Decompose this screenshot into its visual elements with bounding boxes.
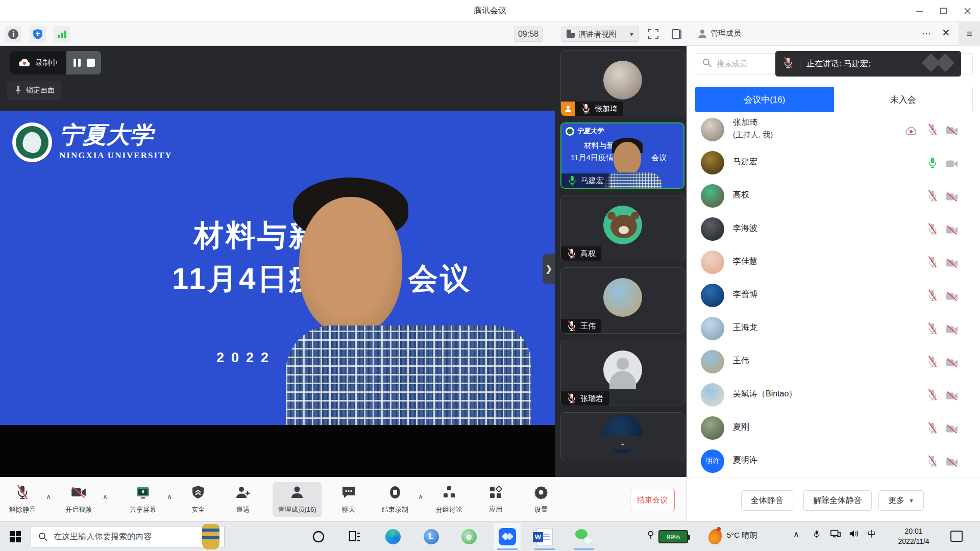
weather-text[interactable]: 5°C 晴朗 — [727, 531, 757, 540]
chevron-up-icon[interactable]: ∧ — [103, 493, 108, 500]
mic-muted-button[interactable] — [926, 389, 938, 401]
chevron-up-icon[interactable]: ∧ — [46, 493, 51, 500]
mute-all-button[interactable]: 全体静音 — [741, 490, 793, 511]
toolbar-invite-button[interactable]: 邀请 — [218, 482, 267, 517]
taskbar-search-input[interactable]: 在这里输入你要搜索的内容 — [31, 526, 225, 547]
camera-muted-button[interactable] — [946, 257, 959, 267]
expand-thumbnails-button[interactable]: ❯ — [543, 254, 555, 284]
cortana-icon[interactable] — [309, 527, 328, 546]
toolbar-cam-muted-button[interactable]: 开启视频 — [54, 482, 103, 517]
end-meeting-button[interactable]: 结束会议 — [630, 489, 675, 511]
toolbar-breakout-button[interactable]: 分组讨论 — [425, 482, 474, 517]
lock-view-button[interactable]: 锁定画面 — [7, 81, 62, 100]
video-thumbnail-马建宏[interactable]: 宁夏大学 材料与新11月4日疫情防会议 马建宏 — [560, 122, 684, 189]
camera-muted-button[interactable] — [946, 423, 959, 433]
mic-muted-button[interactable] — [926, 223, 938, 235]
video-thumbnail-高权[interactable]: 高权 — [560, 195, 684, 261]
pharaoh-widget-icon[interactable] — [202, 524, 219, 549]
member-row[interactable]: 王海龙 — [687, 312, 973, 345]
view-mode-dropdown[interactable]: 演讲者视图 ▼ — [561, 27, 639, 42]
member-row[interactable]: 王伟 — [687, 345, 973, 379]
member-row[interactable]: 明许 夏明许 — [687, 445, 973, 478]
member-row[interactable]: 吴斌涛（Bintao） — [687, 379, 973, 412]
mic-muted-button[interactable] — [926, 190, 938, 202]
tray-expand-chevron[interactable]: ∧ — [793, 529, 799, 540]
tray-mic-icon[interactable] — [813, 529, 821, 542]
mic-muted-button[interactable] — [926, 455, 938, 467]
member-row[interactable]: 高权 — [687, 180, 973, 213]
tab-not-joined[interactable]: 未入会 — [834, 87, 973, 112]
mic-muted-button[interactable] — [926, 256, 938, 268]
camera-muted-button[interactable] — [946, 224, 959, 234]
panel-menu-button[interactable]: ≡ — [959, 22, 980, 46]
ime-indicator[interactable]: 中 — [868, 529, 876, 540]
side-panel-toggle-button[interactable] — [670, 27, 684, 41]
mic-muted-button[interactable] — [926, 289, 938, 302]
weather-icon[interactable] — [708, 529, 722, 544]
camera-muted-button[interactable] — [946, 124, 959, 135]
start-button[interactable] — [0, 522, 31, 551]
tab-in-meeting[interactable]: 会议中(16) — [695, 87, 834, 112]
blue-app-icon[interactable]: L — [422, 527, 441, 546]
camera-muted-button[interactable] — [946, 290, 959, 300]
video-thumbnail-王伟[interactable]: 王伟 — [560, 267, 684, 334]
meeting-duration: 09:58 — [514, 27, 543, 42]
camera-muted-button[interactable] — [946, 191, 959, 201]
member-row[interactable]: 李普博 — [687, 279, 973, 312]
more-button[interactable]: 更多▼ — [878, 490, 924, 511]
toolbar-stop-record-button[interactable]: 结束录制 — [371, 482, 420, 517]
panel-close-button[interactable]: ✕ — [942, 27, 950, 39]
meeting-info-icon[interactable] — [5, 26, 21, 42]
tray-display-icon[interactable] — [830, 529, 841, 541]
panel-more-button[interactable]: ⋯ — [922, 28, 932, 39]
toolbar-settings-button[interactable]: 设置 — [517, 482, 566, 517]
ie-browser-icon[interactable]: e — [459, 527, 479, 546]
notification-center-icon[interactable] — [950, 531, 963, 542]
close-window-button[interactable] — [955, 0, 979, 21]
edge-browser-icon[interactable] — [383, 527, 403, 546]
fullscreen-button[interactable] — [646, 27, 660, 41]
mic-muted-button[interactable] — [926, 422, 938, 434]
toolbar-security-button[interactable]: 安全 — [174, 482, 223, 517]
member-row[interactable]: 李海波 — [687, 213, 973, 246]
mic-muted-button[interactable] — [926, 356, 938, 368]
member-row[interactable]: 李佳慧 — [687, 246, 973, 279]
chevron-up-icon[interactable]: ∧ — [167, 493, 172, 500]
toolbar-apps-button[interactable]: 应用 — [471, 482, 520, 517]
camera-muted-button[interactable] — [946, 390, 959, 400]
mic-on-button[interactable] — [926, 157, 938, 169]
word-app-icon[interactable]: W — [531, 523, 558, 550]
maximize-button[interactable] — [932, 0, 955, 21]
video-thumbnail-张瑞岩[interactable]: 张瑞岩 — [560, 340, 684, 406]
mic-muted-button[interactable] — [926, 322, 938, 335]
chevron-up-icon[interactable]: ∧ — [418, 493, 423, 500]
battery-indicator[interactable]: 99% — [658, 530, 688, 543]
more-participants-button[interactable]: ⌄ — [589, 436, 656, 449]
camera-muted-button[interactable] — [946, 357, 959, 367]
member-row[interactable]: 马建宏 — [687, 146, 973, 180]
member-row[interactable]: 夏刚 — [687, 412, 973, 445]
pause-recording-button[interactable] — [72, 58, 82, 67]
toolbar-members-button[interactable]: 管理成员(16) — [273, 482, 322, 517]
wechat-app-icon[interactable] — [571, 523, 597, 550]
video-thumbnail[interactable]: ⌄ — [560, 412, 684, 461]
toolbar-mic-muted-button[interactable]: 解除静音 — [0, 482, 47, 517]
member-row[interactable]: 张加琦 (主持人, 我) — [687, 113, 973, 146]
tencent-meeting-app-icon[interactable] — [494, 523, 521, 550]
toolbar-chat-button[interactable]: 聊天 — [324, 482, 373, 517]
camera-on-button[interactable] — [946, 158, 959, 168]
toolbar-screenshare-button[interactable]: 共享屏幕 — [118, 482, 167, 517]
unmute-all-button[interactable]: 解除全体静音 — [803, 490, 872, 511]
network-signal-icon[interactable] — [54, 26, 70, 42]
mic-muted-button[interactable] — [926, 123, 938, 136]
stop-recording-button[interactable] — [87, 59, 95, 67]
video-thumbnail-张加琦[interactable]: 张加琦 — [560, 50, 684, 116]
camera-muted-button[interactable] — [946, 456, 959, 466]
protection-shield-icon[interactable] — [30, 26, 46, 42]
main-speaker-video[interactable]: 宁夏大学 NINGXIA UNIVERSITY 材料与新能 11月4日疫情防 会… — [0, 111, 555, 425]
tray-volume-icon[interactable] — [849, 529, 859, 541]
minimize-button[interactable] — [908, 0, 932, 21]
task-view-icon[interactable] — [345, 527, 364, 546]
camera-muted-button[interactable] — [946, 323, 959, 334]
taskbar-clock[interactable]: 20:01 2022/11/4 — [890, 526, 937, 546]
